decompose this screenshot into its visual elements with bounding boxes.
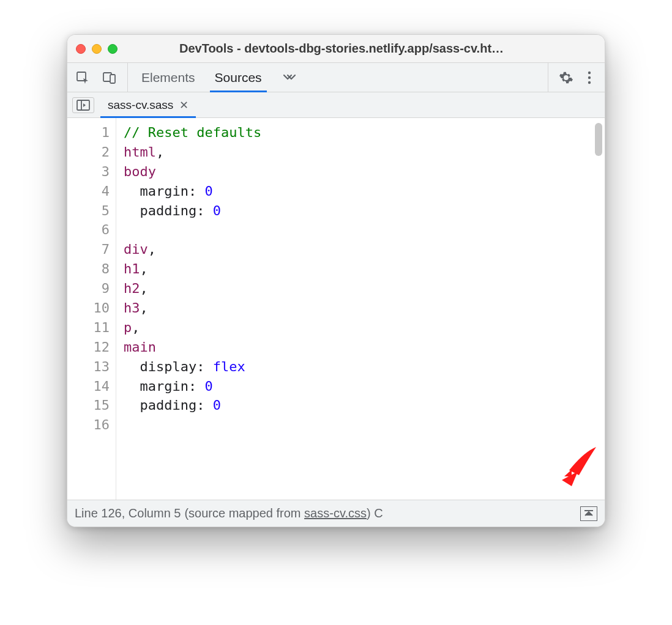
line-number: 4 xyxy=(67,182,110,201)
device-toolbar-icon[interactable] xyxy=(100,68,119,87)
file-tab-label: sass-cv.sass xyxy=(108,98,173,112)
maximize-window-button[interactable] xyxy=(108,44,118,54)
line-number: 1 xyxy=(67,123,110,142)
file-tab-sass-cv[interactable]: sass-cv.sass ✕ xyxy=(100,92,196,117)
line-number: 11 xyxy=(67,318,110,338)
gear-icon[interactable] xyxy=(557,68,575,87)
line-number: 2 xyxy=(67,142,110,162)
close-window-button[interactable] xyxy=(76,44,86,54)
line-number: 3 xyxy=(67,162,110,182)
line-number: 8 xyxy=(67,259,110,279)
line-number: 14 xyxy=(67,377,110,396)
line-number: 10 xyxy=(67,298,110,318)
line-number: 13 xyxy=(67,357,110,377)
file-tabbar: sass-cv.sass ✕ xyxy=(67,92,605,118)
tab-sources[interactable]: Sources xyxy=(205,63,272,92)
line-number: 15 xyxy=(67,396,110,415)
statusbar: Line 126, Column 5 (source mapped from s… xyxy=(67,500,605,527)
tab-elements[interactable]: Elements xyxy=(132,63,205,92)
toolbar-left xyxy=(73,63,128,92)
source-map-label: (source mapped from sass-cv.css) C xyxy=(184,506,383,520)
kebab-menu-icon[interactable] xyxy=(580,68,599,87)
svg-point-5 xyxy=(588,81,591,83)
window-controls xyxy=(76,44,118,54)
inspect-element-icon[interactable] xyxy=(73,68,92,87)
toolbar-right xyxy=(548,63,599,92)
line-number: 5 xyxy=(67,201,110,221)
line-number: 12 xyxy=(67,338,110,357)
code-editor[interactable]: 1 2 3 4 5 6 7 8 9 10 11 12 13 14 15 16 /… xyxy=(67,118,605,500)
tab-overflow[interactable] xyxy=(272,63,306,92)
close-icon[interactable]: ✕ xyxy=(179,98,189,112)
main-tabbar: Elements Sources xyxy=(67,63,605,92)
svg-point-4 xyxy=(588,76,591,78)
line-gutter: 1 2 3 4 5 6 7 8 9 10 11 12 13 14 15 16 xyxy=(67,118,116,500)
scrollbar-thumb[interactable] xyxy=(595,123,602,156)
line-number: 16 xyxy=(67,415,110,435)
svg-rect-2 xyxy=(110,75,115,83)
svg-point-3 xyxy=(588,71,591,73)
devtools-window: DevTools - devtools-dbg-stories.netlify.… xyxy=(67,34,605,527)
line-number: 9 xyxy=(67,279,110,298)
cursor-position: Line 126, Column 5 xyxy=(75,506,181,520)
annotation-arrow-icon xyxy=(553,440,605,497)
source-map-link[interactable]: sass-cv.css xyxy=(304,506,367,520)
line-number: 7 xyxy=(67,240,110,259)
drawer-toggle-icon[interactable] xyxy=(580,506,597,521)
minimize-window-button[interactable] xyxy=(92,44,102,54)
navigator-toggle-icon[interactable] xyxy=(72,97,94,113)
line-number: 6 xyxy=(67,220,110,240)
titlebar: DevTools - devtools-dbg-stories.netlify.… xyxy=(67,35,605,63)
window-title: DevTools - devtools-dbg-stories.netlify.… xyxy=(124,42,596,56)
code-content[interactable]: // Reset defaults html, body margin: 0 p… xyxy=(116,118,605,500)
